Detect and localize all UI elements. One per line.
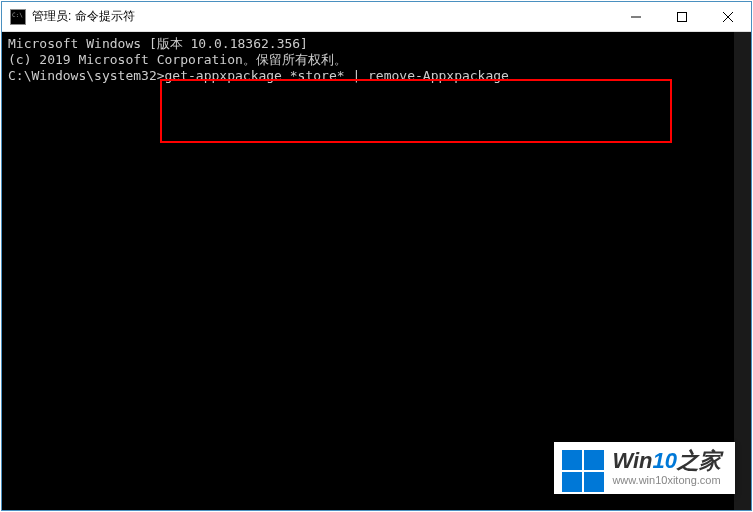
terminal-area[interactable]: Microsoft Windows [版本 10.0.18362.356] (c… (2, 32, 751, 510)
svg-rect-1 (678, 12, 687, 21)
highlight-annotation (160, 79, 672, 143)
close-button[interactable] (705, 2, 751, 31)
terminal-line: (c) 2019 Microsoft Corporation。保留所有权利。 (8, 52, 745, 68)
windows-logo-icon (562, 450, 604, 492)
terminal-line: Microsoft Windows [版本 10.0.18362.356] (8, 36, 745, 52)
window-title: 管理员: 命令提示符 (32, 8, 613, 25)
watermark-badge: Win10之家 www.win10xitong.com (554, 442, 735, 494)
prompt-text: C:\Windows\system32> (8, 68, 165, 83)
maximize-button[interactable] (659, 2, 705, 31)
minimize-button[interactable] (613, 2, 659, 31)
window-controls (613, 2, 751, 31)
titlebar[interactable]: 管理员: 命令提示符 (2, 2, 751, 32)
watermark-url: www.win10xitong.com (612, 474, 721, 486)
vertical-scrollbar[interactable] (734, 32, 751, 510)
cmd-window: 管理员: 命令提示符 Microsoft Windows [版本 10.0.18… (1, 1, 752, 511)
cmd-icon (10, 9, 26, 25)
terminal-prompt-line: C:\Windows\system32>get-appxpackage *sto… (8, 68, 745, 84)
watermark-brand: Win10之家 (612, 450, 721, 472)
command-text: get-appxpackage *store* | remove-Appxpac… (165, 68, 509, 83)
